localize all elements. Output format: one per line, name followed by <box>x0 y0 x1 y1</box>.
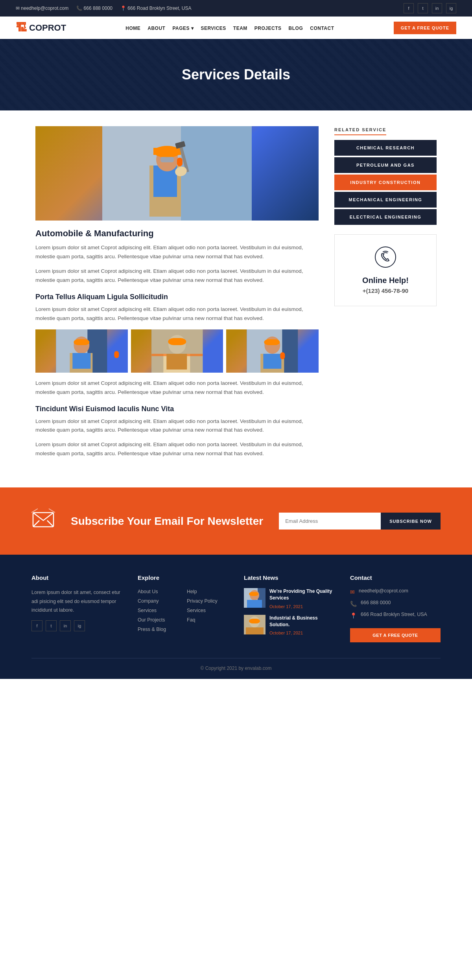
footer-phone-icon: 📞 <box>350 601 357 607</box>
email-icon: ✉ <box>16 6 20 11</box>
nav-contact[interactable]: CONTACT <box>310 26 334 31</box>
email-info: ✉ needhelp@coprot.com <box>16 6 68 11</box>
footer-twitter[interactable]: t <box>46 620 57 631</box>
news-title-2: Industrial & Business Solution. <box>269 615 334 628</box>
svg-rect-47 <box>246 627 264 634</box>
footer-link-help[interactable]: Help <box>187 589 197 594</box>
news-date-1: October 17, 2021 <box>269 604 303 609</box>
nav-projects[interactable]: PROJECTS <box>254 26 282 31</box>
help-box: Online Help! +(123) 456-78-90 <box>334 234 437 306</box>
news-image-2 <box>244 615 266 634</box>
footer-about: About Lorem ipsum dolor sit amet, consec… <box>31 574 122 642</box>
footer-instagram[interactable]: ig <box>74 620 85 631</box>
footer-address-item: 📍 666 Road Broklyn Street, USA <box>350 612 441 619</box>
phone-help-icon <box>343 246 428 271</box>
footer-quote-button[interactable]: GET A FREE QUOTE <box>350 628 441 642</box>
footer-about-text: Lorem ipsum dolor sit amet, consect etur… <box>31 588 122 615</box>
svg-rect-7 <box>153 148 181 155</box>
email-input[interactable] <box>279 513 381 530</box>
footer-news: Latest News We're Providing The Quality … <box>244 574 334 642</box>
paragraph-6: Lorem ipsum dolor sit amet Coprot adipis… <box>35 440 319 458</box>
footer-link-press[interactable]: Press & Blog <box>138 627 166 632</box>
nav-pages[interactable]: PAGES ▾ <box>172 26 194 31</box>
news-date-2: October 17, 2021 <box>269 631 303 635</box>
main-content: Automobile & Manufacturing Lorem ipsum d… <box>20 126 452 464</box>
main-heading: Automobile & Manufacturing <box>35 228 319 239</box>
content-left: Automobile & Manufacturing Lorem ipsum d… <box>35 126 319 464</box>
nav-team[interactable]: TEAM <box>233 26 247 31</box>
paragraph-1: Lorem ipsum dolor sit amet Coprot adipis… <box>35 243 319 261</box>
image-gallery <box>35 329 319 373</box>
gallery-image-2 <box>131 329 223 373</box>
svg-rect-18 <box>72 353 90 369</box>
paragraph-4: Lorem ipsum dolor sit amet Coprot adipis… <box>35 379 319 397</box>
svg-rect-8 <box>177 158 183 166</box>
nav-about[interactable]: ABOUT <box>148 26 165 31</box>
footer-email-text: needhelp@coprot.com <box>359 588 408 594</box>
sub-heading-2: Tincidunt Wisi Euismod Iaculis Nunc Vita <box>35 405 319 413</box>
news-item-2: Industrial & Business Solution. October … <box>244 615 334 636</box>
footer-address-icon: 📍 <box>350 612 357 619</box>
copyright-text: © Copyright 2021 by envalab.com <box>201 666 272 671</box>
svg-rect-19 <box>114 351 119 358</box>
paragraph-2: Lorem ipsum dolor sit amet Coprot adipis… <box>35 267 319 285</box>
footer: About Lorem ipsum dolor sit amet, consec… <box>0 555 472 679</box>
top-bar-left: ✉ needhelp@coprot.com 📞 666 888 0000 📍 6… <box>16 6 191 11</box>
subscribe-button[interactable]: SUBSCRIBE NOW <box>381 513 441 530</box>
footer-facebook[interactable]: f <box>31 620 42 631</box>
location-icon: 📍 <box>120 6 126 11</box>
footer-explore-grid: About Us Company Services Our Projects P… <box>138 588 228 635</box>
service-item-construction[interactable]: INDUSTRY CONSTRUCTION <box>334 175 437 190</box>
svg-rect-2 <box>181 126 252 221</box>
service-item-chemical[interactable]: CHEMICAL RESEARCH <box>334 140 437 156</box>
svg-rect-46 <box>249 619 260 623</box>
paragraph-5: Lorem ipsum dolor sit amet Coprot adipis… <box>35 417 319 435</box>
footer-contact-title: Contact <box>350 574 441 581</box>
logo[interactable]: 🏗 COPROT <box>16 21 66 34</box>
nav-services[interactable]: SERVICES <box>201 26 226 31</box>
svg-rect-42 <box>247 600 262 608</box>
nav-blog[interactable]: BLOG <box>289 26 303 31</box>
instagram-icon[interactable]: ig <box>446 3 456 13</box>
footer-explore: Explore About Us Company Services Our Pr… <box>138 574 228 642</box>
newsletter-form[interactable]: SUBSCRIBE NOW <box>279 513 441 530</box>
get-quote-button[interactable]: GET A FREE QUOTE <box>394 22 456 34</box>
news-title-1: We're Providing The Quality Services <box>269 588 334 601</box>
svg-rect-16 <box>74 339 89 345</box>
newsletter-text: Subscribe Your Email For Newsletter <box>71 515 263 528</box>
svg-rect-33 <box>280 352 285 359</box>
top-bar-socials: f t in ig <box>404 3 456 13</box>
footer-contact: Contact ✉ needhelp@coprot.com 📞 666 888 … <box>350 574 441 642</box>
service-item-electrical[interactable]: ELECTRICAL ENGINEERING <box>334 209 437 225</box>
sub-heading-1: Porta Tellus Aliquam Ligula Sollicitudin <box>35 293 319 301</box>
top-bar: ✉ needhelp@coprot.com 📞 666 888 0000 📍 6… <box>0 0 472 17</box>
footer-news-title: Latest News <box>244 574 334 581</box>
footer-link-projects[interactable]: Our Projects <box>138 617 165 623</box>
news-item-1: We're Providing The Quality Services Oct… <box>244 588 334 609</box>
footer-link-company[interactable]: Company <box>138 598 159 604</box>
footer-link-about-us[interactable]: About Us <box>138 589 158 594</box>
footer-link-services2[interactable]: Services <box>187 608 206 613</box>
navbar: 🏗 COPROT HOME ABOUT PAGES ▾ SERVICES TEA… <box>0 17 472 39</box>
newsletter-icon <box>31 507 55 535</box>
footer-social-links: f t in ig <box>31 620 122 631</box>
twitter-icon[interactable]: t <box>418 3 428 13</box>
svg-rect-23 <box>168 338 186 345</box>
service-main-image <box>35 126 319 221</box>
facebook-icon[interactable]: f <box>404 3 414 13</box>
footer-linkedin[interactable]: in <box>60 620 71 631</box>
footer-link-privacy[interactable]: Privacy Policy <box>187 598 218 604</box>
svg-point-34 <box>375 247 396 267</box>
footer-link-services[interactable]: Services <box>138 608 157 613</box>
footer-email-item: ✉ needhelp@coprot.com <box>350 588 441 595</box>
worker-svg <box>102 126 252 221</box>
nav-home[interactable]: HOME <box>125 26 140 31</box>
svg-rect-9 <box>160 157 174 162</box>
footer-link-faq[interactable]: Faq <box>187 617 195 623</box>
footer-grid: About Lorem ipsum dolor sit amet, consec… <box>31 574 441 642</box>
footer-phone-text: 666 888 0000 <box>361 600 391 605</box>
linkedin-icon[interactable]: in <box>432 3 442 13</box>
svg-rect-41 <box>249 592 258 596</box>
service-item-petroleum[interactable]: PETROLEUM AND GAS <box>334 157 437 173</box>
service-item-mechanical[interactable]: MECHANICAL ENGINEERING <box>334 192 437 208</box>
